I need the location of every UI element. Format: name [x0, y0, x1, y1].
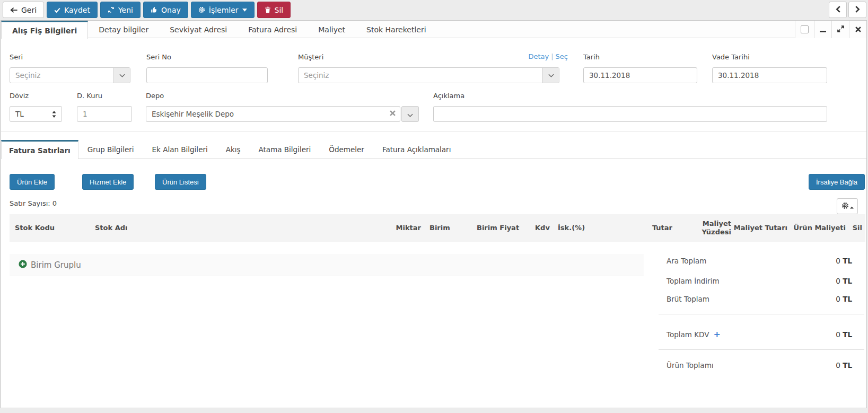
column-header-miktar[interactable]: Miktar	[336, 224, 421, 232]
urun-ekle-button[interactable]: Ürün Ekle	[10, 174, 55, 190]
total-label: Ürün Toplamı	[659, 361, 714, 370]
arrow-left-icon	[10, 7, 17, 13]
approve-button[interactable]: Onay	[143, 2, 188, 18]
vade-tarihi-label: Vade Tarihi	[712, 54, 827, 61]
total-value: 0 TL	[836, 257, 865, 265]
seri-select-value: Seçiniz	[10, 68, 113, 83]
save-button[interactable]: Kaydet	[47, 2, 98, 18]
sec-link[interactable]: Seç	[556, 52, 568, 60]
total-value: 0 TL	[836, 277, 865, 285]
irsaliye-bagla-button[interactable]: İrsaliye Bağla	[809, 174, 865, 190]
chevron-down-icon	[407, 109, 413, 119]
tab-alis-fis-bilgileri[interactable]: Alış Fiş Bilgileri	[1, 21, 88, 39]
column-header-kdv[interactable]: Kdv	[535, 224, 549, 232]
new-button[interactable]: Yeni	[100, 2, 141, 18]
tab-stok-hareketleri[interactable]: Stok Hareketleri	[356, 21, 437, 38]
maximize-button[interactable]	[831, 21, 849, 38]
panel-select-checkbox[interactable]	[795, 21, 814, 38]
total-value: 0 TL	[836, 330, 865, 339]
aciklama-input[interactable]	[433, 106, 827, 122]
tab-detay-bilgiler[interactable]: Detay bilgiler	[88, 21, 159, 38]
column-header-tutar[interactable]: Tutar	[592, 224, 672, 232]
checkbox-icon	[801, 25, 809, 33]
gear-icon	[841, 202, 849, 211]
tarih-field-group: Tarih	[583, 54, 697, 83]
seri-select[interactable]: Seçiniz	[10, 67, 130, 83]
d-kuru-input[interactable]	[77, 106, 132, 122]
delete-button-label: Sil	[275, 6, 284, 14]
app-window: Geri Kaydet Yeni Onay İşlemler Sil	[0, 0, 868, 413]
subtab-akis[interactable]: Akış	[217, 140, 250, 159]
delete-button[interactable]: Sil	[257, 2, 291, 18]
total-value: 0 TL	[836, 295, 865, 303]
doviz-select[interactable]: TL	[10, 106, 62, 122]
column-header-sil[interactable]: Sil	[846, 224, 865, 232]
column-header-isk[interactable]: İsk.(%)	[549, 224, 592, 232]
column-header-urun-maliyeti[interactable]: Ürün Maliyeti	[787, 224, 846, 232]
back-button[interactable]: Geri	[3, 2, 44, 18]
birim-gruplu-row[interactable]: Birim Gruplu	[10, 254, 644, 276]
vade-tarihi-input[interactable]	[712, 67, 827, 83]
subtab-atama-bilgileri[interactable]: Atama Bilgileri	[250, 140, 320, 159]
previous-record-button[interactable]	[829, 2, 847, 18]
total-label: Brüt Toplam	[659, 295, 709, 303]
column-header-birim[interactable]: Birim	[421, 224, 477, 232]
expand-icon	[837, 25, 844, 34]
subtab-grup-bilgileri[interactable]: Grup Bilgileri	[78, 140, 143, 159]
column-header-stok-kodu[interactable]: Stok Kodu	[10, 224, 89, 232]
total-row-urun-toplami: Ürün Toplamı 0 TL	[659, 361, 865, 370]
depo-chevron-down-button[interactable]	[401, 106, 419, 122]
musteri-select-value: Seçiniz	[299, 68, 542, 83]
seri-no-field-group: Seri No	[146, 54, 268, 83]
depo-field-group: Depo	[146, 92, 419, 122]
tarih-input[interactable]	[583, 67, 697, 83]
birim-gruplu-label: Birim Gruplu	[31, 260, 81, 270]
depo-input[interactable]	[146, 106, 400, 122]
tab-maliyet[interactable]: Maliyet	[308, 21, 356, 38]
top-toolbar: Geri Kaydet Yeni Onay İşlemler Sil	[0, 0, 868, 20]
total-value: 0 TL	[836, 361, 865, 370]
plus-circle-icon[interactable]	[19, 260, 27, 270]
seri-no-input[interactable]	[146, 67, 268, 83]
thumbs-up-icon	[151, 6, 157, 13]
aciklama-label: Açıklama	[433, 92, 827, 100]
subtab-fatura-aciklamalari[interactable]: Fatura Açıklamaları	[373, 140, 460, 159]
subtab-ek-alan-bilgileri[interactable]: Ek Alan Bilgileri	[143, 140, 217, 159]
check-icon	[54, 7, 60, 13]
grid-settings-button[interactable]	[837, 198, 858, 214]
next-record-button[interactable]	[848, 2, 866, 18]
musteri-select[interactable]: Seçiniz	[298, 67, 559, 83]
column-header-maliyet-yuzdesi[interactable]: Maliyet Yüzdesi	[672, 219, 731, 236]
column-header-birim-fiyat[interactable]: Birim Fiyat	[477, 224, 535, 232]
d-kuru-label: D. Kuru	[77, 92, 132, 100]
detay-link[interactable]: Detay	[528, 52, 549, 60]
seri-label: Seri	[10, 54, 130, 61]
subtab-fatura-satirlari[interactable]: Fatura Satırları	[1, 140, 78, 159]
total-row-ara-toplam: Ara Toplam 0 TL	[659, 256, 865, 265]
column-header-maliyet-tutari[interactable]: Maliyet Tutarı	[731, 224, 787, 232]
subtab-odemeler[interactable]: Ödemeler	[320, 140, 373, 159]
hizmet-ekle-button[interactable]: Hizmet Ekle	[82, 174, 134, 190]
minimize-button[interactable]	[814, 21, 831, 38]
main-tabbar: Alış Fiş Bilgileri Detay bilgiler Sevkiy…	[1, 21, 866, 38]
kdv-expand-plus-icon[interactable]: +	[714, 331, 721, 338]
trash-icon	[265, 6, 271, 13]
section-divider	[1, 131, 866, 132]
column-header-stok-adi[interactable]: Stok Adı	[89, 224, 336, 232]
urun-listesi-button[interactable]: Ürün Listesi	[155, 174, 206, 190]
actions-button[interactable]: İşlemler	[191, 2, 255, 18]
totals-divider	[659, 314, 864, 314]
close-button[interactable]	[849, 21, 866, 38]
chevron-left-icon	[836, 6, 840, 14]
total-label: Ara Toplam	[659, 257, 706, 265]
aciklama-field-group: Açıklama	[433, 92, 827, 122]
grid-header-row: Stok Kodu Stok Adı Miktar Birim Birim Fi…	[10, 214, 865, 242]
vade-tarihi-field-group: Vade Tarihi	[712, 54, 827, 83]
tab-sevkiyat-adresi[interactable]: Sevkiyat Adresi	[159, 21, 238, 38]
detail-tabbar: Fatura Satırları Grup Bilgileri Ek Alan …	[1, 140, 866, 159]
doviz-label: Döviz	[10, 92, 62, 100]
gear-icon	[198, 6, 205, 13]
tab-fatura-adresi[interactable]: Fatura Adresi	[238, 21, 308, 38]
total-label: Toplam İndirim	[659, 277, 720, 285]
clear-x-icon[interactable]	[390, 110, 396, 116]
